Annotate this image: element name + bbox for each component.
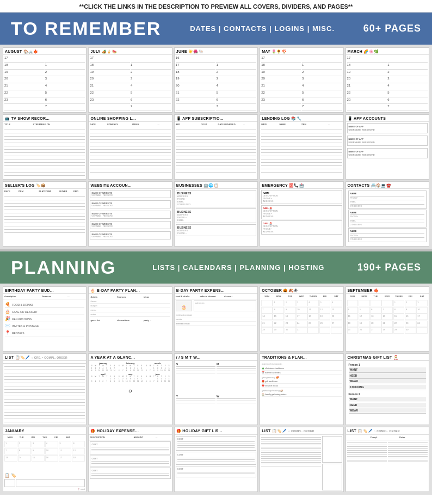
preview-may: MAY 🌷🌻🍄 17 181 192 203 214 225 236 7 [260,47,343,113]
preview-christmas-gifts: CHRISTMAS GIFT LIST 🎅 Person 1 WANT NEED… [345,353,429,425]
september-title: SEPTEMBER 🍁 [346,287,429,294]
planning-preview-grid: BIRTHDAY PARTY BUD... descriptionfinance… [0,284,432,495]
march-title: MARCH 🌈🌸🌿 [346,48,429,55]
list2-title: LIST 📋🏷️🖊️ ○ Compl. Order [260,427,343,434]
businesses-title: BUSINESSES 🏢🌐📋 [175,182,257,189]
preview-emergency: EMERGENCY 🆘📞🏥 NAME DESCRIPTION PHONE • A… [260,181,343,247]
emergency-title: EMERGENCY 🆘📞🏥 [260,182,343,189]
preview-holiday-gifts: 🎁 HOLIDAY GIFT LIS... COST COST COST [174,427,258,492]
preview-july: JULY 🏕️🍦🍉 17 181 192 203 214 225 236 7 [88,47,172,113]
preview-june: JUNE ☀️🌺🐚 16 171 182 193 204 215 226 7 [174,47,258,113]
sellers-title: SELLER'S LOG 🏷️📦 [3,182,86,189]
app-sub-title: 📱 APP SUBSCRIPTIO... [175,115,257,122]
preview-january: JANUARY MONTUEWD THUFRISAT 123 456 789 1… [3,427,87,492]
year-glance-title: A YEAR AT A GLANC... [89,354,171,361]
traditions-title: TRADITIONS & PLAN... [260,354,343,361]
preview-sellers-log: SELLER'S LOG 🏷️📦 DATE ITEM PLATFORM BUYE… [3,181,87,247]
preview-year-glance: A YEAR AT A GLANC... january SMTWTFS 123… [88,353,172,425]
preview-list-1: LIST 📋🏷️🖊️ ○ Cre. • Compl. Order [3,353,87,425]
weekly-title: / / S M T W... [175,354,257,361]
christmas-title: CHRISTMAS GIFT LIST 🎅 [346,354,429,361]
preview-weekly: / / S M T W... S M T W [174,353,258,425]
list1-title: LIST 📋🏷️🖊️ ○ Cre. • Compl. Order [3,354,86,361]
preview-traditions: TRADITIONS & PLAN... advent/christmas/et… [260,353,343,425]
preview-march: MARCH 🌈🌸🌿 17 181 192 203 214 225 236 7 [345,47,429,113]
bday-plan-title: 🎂 B-DAY PARTY PLAN... [89,287,171,294]
remember-nav: DATES | CONTACTS | LOGINS | MISC. [161,24,363,33]
preview-list-3: LIST 📋🏷️🖊️ ○ Compl. Order Compl.Order [345,427,429,492]
preview-businesses: BUSINESSES 🏢🌐📋 BUSINESS ADDRESS PHONE • … [174,181,258,247]
holiday-gifts-title: 🎁 HOLIDAY GIFT LIS... [175,427,257,434]
preview-list-2: LIST 📋🏷️🖊️ ○ Compl. Order [260,427,343,492]
remember-section-header: TO REMEMBER DATES | CONTACTS | LOGINS | … [0,13,432,45]
january-title: JANUARY [3,427,86,434]
bday-expenses-title: B-DAY PARTY EXPENS... [175,287,257,294]
holiday-expenses-title: 🎁 HOLIDAY EXPENSE... [89,427,171,434]
remember-preview-grid: AUGUST 🏠🚲🍁 17 181 192 203 214 225 236 7 … [0,45,432,249]
app-accounts-title: 📱 APP ACCOUNTS [346,115,429,122]
october-title: OCTOBER 🎃🍂🕷️ [260,287,343,294]
june-title: JUNE ☀️🌺🐚 [175,48,257,55]
preview-website-accounts: WEBSITE ACCOUN... NAME OF WEBSITE USERNA… [88,181,172,247]
top-banner: **CLICK THE LINKS IN THE DESCRIPTION TO … [0,0,432,13]
planning-title: PLANNING [11,257,120,278]
website-title: WEBSITE ACCOUN... [89,182,171,189]
online-shopping-title: ONLINE SHOPPING L... [89,115,171,122]
planning-pages: 190+ PAGES [357,262,421,273]
planning-section-header: PLANNING LISTS | CALENDARS | PLANNING | … [0,251,432,284]
preview-tv-show: 📺 TV SHOW RECOR... TITLE STREAMING ON [3,114,87,180]
preview-bday-plan: 🎂 B-DAY PARTY PLAN... detailsfinanceside… [88,286,172,352]
contacts-title: CONTACTS 📇🏠💻☎️ [346,182,429,189]
preview-holiday-expenses: 🎁 HOLIDAY EXPENSE... DESCRIPTION AMOUNT … [88,427,172,492]
preview-august: AUGUST 🏠🚲🍁 17 181 192 203 214 225 236 7 [3,47,87,113]
birthday-budget-title: BIRTHDAY PARTY BUD... [3,287,86,294]
list3-title: LIST 📋🏷️🖊️ ○ Compl. Order [346,427,429,434]
may-title: MAY 🌷🌻🍄 [260,48,343,55]
august-title: AUGUST 🏠🚲🍁 [3,48,86,55]
lending-title: LENDING LOG 📚🔧 [260,115,343,122]
july-title: JULY 🏕️🍦🍉 [89,48,171,55]
tv-show-title: 📺 TV SHOW RECOR... [3,115,86,122]
preview-october: OCTOBER 🎃🍂🕷️ SUNMONTUE WEDTHURSFRISAT 12… [260,286,343,352]
preview-lending-log: LENDING LOG 📚🔧 DATE NAME ITEM ... [260,114,343,180]
preview-contacts: CONTACTS 📇🏠💻☎️ NAME PHONE • EMAIL OTHER … [345,181,429,247]
planning-nav: LISTS | CALENDARS | PLANNING | HOSTING [120,263,357,272]
remember-pages: 60+ PAGES [363,23,421,34]
preview-bday-expenses: B-DAY PARTY EXPENS... food & drinks cake… [174,286,258,352]
preview-app-subscriptions: 📱 APP SUBSCRIPTIO... APP COST DATE RENEW… [174,114,258,180]
preview-app-accounts: 📱 APP ACCOUNTS NAME OF APP USERNAME PASS… [345,114,429,180]
preview-birthday-budget: BIRTHDAY PARTY BUD... descriptionfinance… [3,286,87,352]
preview-online-shopping: ONLINE SHOPPING L... DATE COMPANY ITEMS … [88,114,172,180]
remember-title: TO REMEMBER [11,18,161,39]
preview-september: SEPTEMBER 🍁 SUNMONTUE WEDTHURSFRISAT 123… [345,286,429,352]
